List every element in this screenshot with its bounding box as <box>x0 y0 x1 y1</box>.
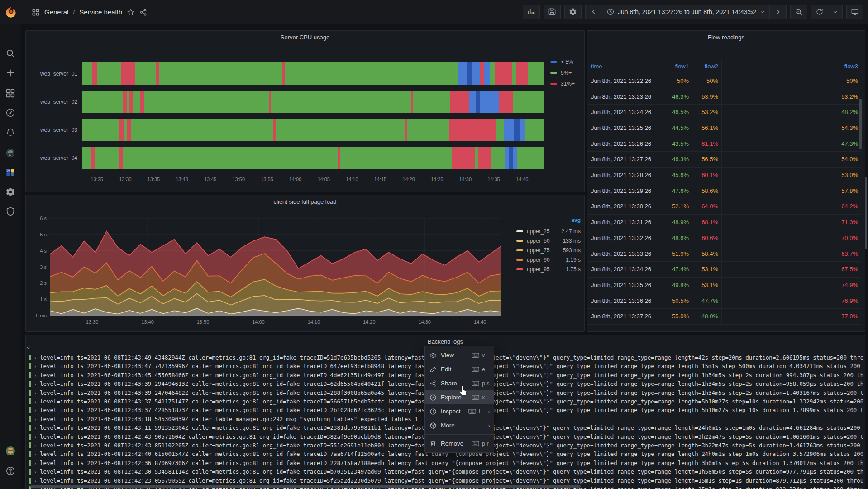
pageload-legend-label[interactable]: upper_90 <box>527 257 550 263</box>
flow-cell-value: 53.1% <box>692 282 721 288</box>
log-expand-caret[interactable]: › <box>34 435 37 440</box>
log-expand-caret[interactable]: › <box>34 461 37 466</box>
cpu-x-tick: 13:30 <box>116 177 134 182</box>
log-line[interactable]: ›level=info ts=2021-06-08T12:42:36.87069… <box>29 460 863 468</box>
flow-table-row: Jun 8th, 2021 13:24:2646.5%53.2%48.2% <box>587 104 861 120</box>
cpu-bar-segment <box>525 119 544 141</box>
add-panel-button[interactable] <box>523 5 540 19</box>
menu-item-remove[interactable]: Removep r <box>425 436 494 451</box>
dashboard-settings-button[interactable] <box>564 5 582 19</box>
share-dashboard-icon[interactable] <box>139 8 148 16</box>
log-expand-caret[interactable]: › <box>34 452 37 457</box>
menu-item-view[interactable]: Viewv <box>425 348 494 362</box>
log-expand-caret[interactable]: › <box>34 355 37 360</box>
configuration-gear-icon[interactable] <box>5 187 15 197</box>
cpu-legend-label[interactable]: 31%+ <box>561 81 575 87</box>
pageload-legend-header[interactable]: avg <box>516 217 581 226</box>
cpu-legend-label[interactable]: 5%+ <box>561 70 572 76</box>
star-icon[interactable] <box>127 8 135 16</box>
save-icon <box>548 8 556 16</box>
flow-column-header[interactable]: time <box>587 63 652 70</box>
log-expand-caret[interactable]: › <box>34 417 37 422</box>
time-range-text: Jun 8th, 2021 13:22:26 to Jun 8th, 2021 … <box>618 8 756 15</box>
time-shift-back-button[interactable] <box>586 5 602 19</box>
pageload-legend-swatch <box>516 240 523 242</box>
explore-compass-icon[interactable] <box>5 108 15 118</box>
flow-cell-value: 47.6% <box>652 187 692 194</box>
log-line[interactable]: ›level=info ts=2021-06-08T12:42:30.53458… <box>29 468 863 477</box>
cpu-bar-segment <box>121 62 135 85</box>
time-shift-forward-button[interactable] <box>769 5 786 19</box>
alerting-bell-icon[interactable] <box>5 127 15 137</box>
panel-title-flow[interactable]: Flow readings <box>587 34 865 41</box>
menu-item-edit[interactable]: Edite <box>425 362 494 376</box>
panel-title-cpu[interactable]: Server CPU usage <box>26 34 584 41</box>
colored-dashboard-plugin-icon[interactable] <box>5 168 15 177</box>
cpu-row-bar[interactable] <box>82 62 544 85</box>
log-expand-caret[interactable]: › <box>34 373 37 378</box>
page-scrollbar[interactable] <box>865 177 867 249</box>
cpu-row-bar[interactable] <box>82 147 544 169</box>
log-expand-caret[interactable]: › <box>34 408 37 413</box>
save-dashboard-button[interactable] <box>544 5 561 19</box>
refresh-interval-button[interactable] <box>828 5 842 19</box>
pageload-legend-label[interactable]: upper_95 <box>527 266 550 273</box>
help-icon[interactable] <box>5 466 15 476</box>
cpu-row-bar[interactable] <box>82 91 544 113</box>
log-expand-caret[interactable]: › <box>34 364 37 369</box>
edit-icon <box>429 366 437 373</box>
pageload-plot[interactable] <box>50 218 501 316</box>
zoom-out-icon <box>795 8 803 16</box>
log-expand-caret[interactable]: › <box>34 426 37 431</box>
kiosk-mode-button[interactable] <box>846 5 863 19</box>
log-expand-caret[interactable]: › <box>34 443 37 448</box>
search-icon[interactable] <box>5 48 15 58</box>
pageload-legend-swatch <box>516 249 523 251</box>
log-expand-caret[interactable]: › <box>34 382 37 387</box>
log-level-bar <box>29 381 31 387</box>
server-admin-shield-icon[interactable] <box>5 206 15 216</box>
cpu-bar-segment <box>509 147 513 169</box>
breadcrumb: General / Service health <box>32 0 148 24</box>
refresh-button[interactable] <box>811 5 828 19</box>
create-plus-icon[interactable] <box>5 68 15 78</box>
log-expand-caret[interactable]: › <box>34 470 37 475</box>
flow-column-header[interactable]: flow1 <box>652 63 692 70</box>
menu-item-inspect[interactable]: Inspecti› <box>425 404 494 418</box>
menu-shortcut-key: e <box>482 366 490 373</box>
pageload-legend-value: 133 ms <box>563 238 581 244</box>
zoom-out-time-button[interactable] <box>790 5 807 19</box>
pageload-legend-label[interactable]: upper_75 <box>527 247 550 254</box>
grafana-dashboard: General / Service health <box>0 0 868 489</box>
user-avatar[interactable] <box>5 446 15 456</box>
flow-column-header[interactable]: flow2 <box>692 63 721 70</box>
log-line[interactable]: ›level=info ts=2021-06-08T12:42:23.05679… <box>29 477 863 486</box>
logs-horizontal-scrollbar[interactable] <box>30 485 581 488</box>
pageload-legend-swatch <box>516 230 523 232</box>
menu-item-more[interactable]: More...› <box>425 418 494 432</box>
log-expand-caret[interactable]: › <box>34 399 37 404</box>
breadcrumb-dashboard[interactable]: Service health <box>79 8 122 16</box>
cpu-bar-segment <box>123 147 338 169</box>
grafana-logo[interactable] <box>5 6 17 18</box>
dashboard-grid-icon[interactable] <box>32 8 40 16</box>
chevron-down-icon <box>832 9 838 15</box>
pageload-legend-label[interactable]: upper_50 <box>527 238 550 244</box>
log-expand-caret[interactable]: › <box>34 479 37 484</box>
flow-column-header[interactable]: flow3 <box>721 63 861 70</box>
breadcrumb-folder[interactable]: General <box>44 8 68 16</box>
menu-item-label: Remove <box>441 440 472 447</box>
flow-table-row: Jun 8th, 2021 13:29:2647.6%58.6%57.8% <box>587 183 861 199</box>
panel-title-pageload[interactable]: client side full page load <box>26 198 584 205</box>
flow-table-scrollbar[interactable] <box>859 99 862 149</box>
globe-plugin-icon[interactable] <box>5 148 15 158</box>
cpu-row-bar[interactable] <box>82 119 544 141</box>
pageload-legend-label[interactable]: upper_25 <box>527 228 550 235</box>
cpu-legend-label[interactable]: < 5% <box>561 59 573 65</box>
cpu-bar-segment <box>467 62 472 85</box>
dashboards-icon[interactable] <box>5 88 15 98</box>
cpu-bar-segment <box>276 119 405 141</box>
log-expand-caret[interactable]: › <box>34 391 37 396</box>
cpu-x-tick: 14:40 <box>513 177 531 182</box>
time-range-picker[interactable]: Jun 8th, 2021 13:22:26 to Jun 8th, 2021 … <box>602 5 769 19</box>
